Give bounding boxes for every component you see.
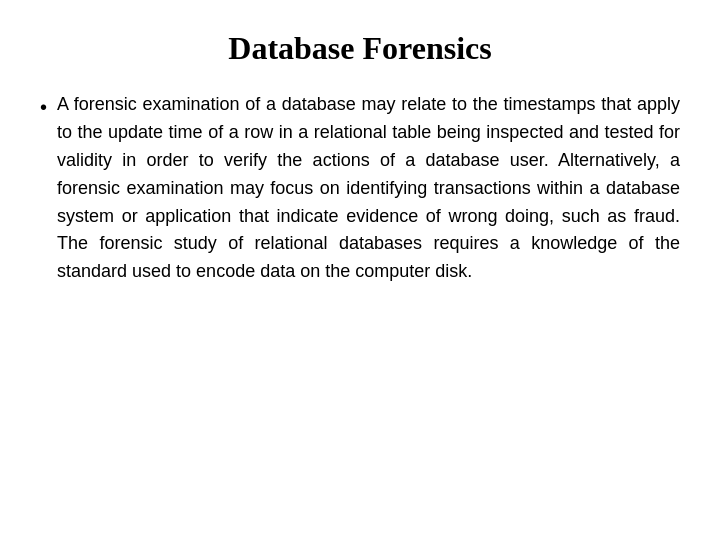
bullet-marker: • — [40, 92, 47, 123]
page-container: Database Forensics • A forensic examinat… — [0, 0, 720, 540]
bullet-item: • A forensic examination of a database m… — [40, 91, 680, 286]
bullet-text: A forensic examination of a database may… — [57, 91, 680, 286]
page-title: Database Forensics — [228, 30, 491, 67]
content-area: • A forensic examination of a database m… — [40, 91, 680, 286]
